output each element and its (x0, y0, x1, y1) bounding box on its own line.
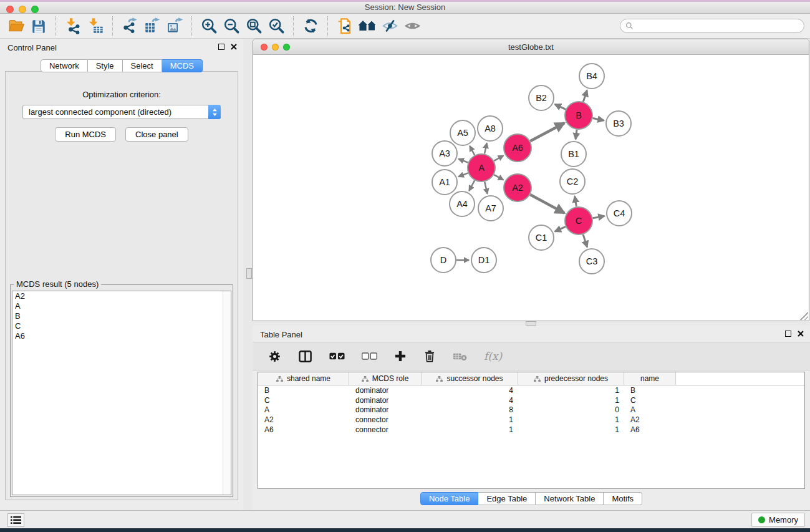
close-network-icon[interactable] (261, 44, 268, 51)
table-row[interactable]: A6connector11A6 (258, 425, 804, 435)
import-network-icon[interactable] (62, 16, 84, 37)
column-header-predecessor-nodes[interactable]: predecessor nodes (518, 372, 624, 385)
close-window-icon[interactable] (6, 6, 14, 13)
hide-graphics-details-icon[interactable] (378, 16, 401, 37)
zoom-fit-icon[interactable] (243, 16, 265, 37)
float-table-panel-icon[interactable] (785, 331, 791, 337)
edge-B-B3[interactable] (593, 118, 604, 121)
edge-B-B1[interactable] (576, 130, 577, 139)
tab-select[interactable]: Select (123, 59, 162, 72)
apply-layout-homes-icon[interactable] (356, 16, 378, 37)
minimize-window-icon[interactable] (19, 6, 26, 13)
edge-A-A6[interactable] (494, 156, 503, 161)
export-image-icon[interactable] (163, 16, 186, 37)
column-header-successor-nodes[interactable]: successor nodes (422, 372, 518, 385)
tab-node-table[interactable]: Node Table (420, 492, 479, 505)
add-column-icon[interactable] (394, 350, 407, 362)
table-row[interactable]: Cdominator41C (258, 395, 804, 405)
task-history-button[interactable] (7, 513, 24, 527)
export-table-icon[interactable] (141, 16, 163, 37)
tab-edge-table[interactable]: Edge Table (478, 492, 536, 505)
show-columns-icon[interactable] (298, 349, 312, 364)
edge-A-A5[interactable] (470, 146, 475, 155)
node-B1[interactable]: B1 (561, 142, 586, 167)
select-all-checkboxes-icon[interactable] (329, 352, 345, 360)
node-A2[interactable]: A2 (504, 174, 531, 201)
run-mcds-button[interactable]: Run MCDS (55, 127, 116, 142)
result-scrollbar[interactable] (223, 291, 231, 495)
edge-A-A7[interactable] (485, 181, 487, 193)
column-header-MCDS-role[interactable]: MCDS role (349, 372, 422, 385)
close-panel-icon[interactable] (231, 44, 237, 50)
mcds-result-item[interactable]: A6 (12, 331, 231, 341)
node-A6[interactable]: A6 (504, 134, 531, 162)
edge-A-A4[interactable] (469, 180, 475, 191)
export-network-icon[interactable] (118, 16, 141, 37)
edge-A-A3[interactable] (458, 159, 468, 163)
edge-A-A2[interactable] (494, 175, 503, 180)
refresh-network-icon[interactable] (299, 16, 322, 37)
memory-button[interactable]: Memory (751, 513, 805, 527)
maximize-network-icon[interactable] (283, 44, 290, 51)
node-B4[interactable]: B4 (579, 64, 604, 89)
vertical-splitter-handle[interactable] (246, 268, 252, 279)
node-B[interactable]: B (565, 102, 592, 129)
close-table-panel-icon[interactable] (798, 331, 804, 337)
horizontal-splitter-handle[interactable] (526, 321, 536, 326)
edge-C-C4[interactable] (593, 216, 605, 218)
column-header-name[interactable]: name (624, 372, 676, 385)
save-session-icon[interactable] (27, 16, 50, 37)
import-table-icon[interactable] (84, 16, 107, 37)
mcds-result-item[interactable]: B (12, 311, 231, 321)
search-input[interactable] (637, 21, 799, 31)
node-A8[interactable]: A8 (478, 116, 503, 141)
tab-motifs[interactable]: Motifs (604, 492, 642, 505)
network-window-titlebar[interactable]: testGlobe.txt (253, 39, 809, 55)
edge-A-A1[interactable] (458, 173, 468, 177)
node-A4[interactable]: A4 (450, 191, 475, 216)
function-builder-icon[interactable]: f(x) (484, 350, 502, 362)
zoom-selected-icon[interactable] (265, 16, 287, 37)
tab-network[interactable]: Network (41, 59, 88, 72)
node-A1[interactable]: A1 (432, 170, 457, 195)
node-A5[interactable]: A5 (450, 120, 475, 145)
node-C1[interactable]: C1 (529, 225, 554, 250)
node-B2[interactable]: B2 (529, 85, 554, 110)
table-row[interactable]: Bdominator41B (258, 385, 804, 395)
mcds-result-item[interactable]: A2 (12, 291, 231, 301)
edge-C-C3[interactable] (583, 235, 587, 247)
edge-A-A8[interactable] (485, 143, 487, 153)
column-header-shared-name[interactable]: shared name (258, 372, 349, 385)
node-C[interactable]: C (565, 207, 592, 235)
node-A[interactable]: A (468, 154, 495, 181)
table-row[interactable]: Adominator80A (258, 405, 804, 415)
float-panel-icon[interactable] (218, 44, 224, 50)
network-from-document-icon[interactable] (334, 16, 356, 37)
mcds-result-item[interactable]: A (12, 301, 231, 311)
open-session-icon[interactable] (5, 16, 27, 37)
node-A3[interactable]: A3 (432, 141, 457, 166)
tab-style[interactable]: Style (88, 59, 123, 72)
edge-B-B4[interactable] (583, 90, 587, 102)
node-B3[interactable]: B3 (606, 111, 631, 136)
deselect-all-checkboxes-icon[interactable] (362, 352, 377, 360)
node-C3[interactable]: C3 (579, 249, 604, 274)
edge-A2-C[interactable] (530, 195, 564, 213)
table-row[interactable]: A2connector11A2 (258, 415, 804, 425)
edge-A6-B[interactable] (530, 123, 564, 141)
node-D1[interactable]: D1 (471, 248, 496, 273)
zoom-out-icon[interactable] (220, 16, 243, 37)
delete-table-icon[interactable] (453, 352, 467, 361)
node-D[interactable]: D (431, 248, 456, 273)
node-C2[interactable]: C2 (560, 169, 585, 194)
delete-columns-icon[interactable] (423, 350, 436, 362)
network-canvas[interactable]: AA1A2A3A4A5A6A7A8BB1B2B3B4CC1C2C3C4DD1 (253, 55, 809, 321)
zoom-in-icon[interactable] (198, 16, 220, 37)
node-C4[interactable]: C4 (607, 201, 632, 226)
maximize-window-icon[interactable] (31, 6, 39, 13)
node-A7[interactable]: A7 (478, 196, 503, 221)
edge-C-C1[interactable] (555, 226, 566, 231)
edge-C-C2[interactable] (575, 196, 577, 207)
mcds-result-item[interactable]: C (12, 321, 231, 331)
close-panel-button[interactable]: Close panel (125, 127, 188, 142)
